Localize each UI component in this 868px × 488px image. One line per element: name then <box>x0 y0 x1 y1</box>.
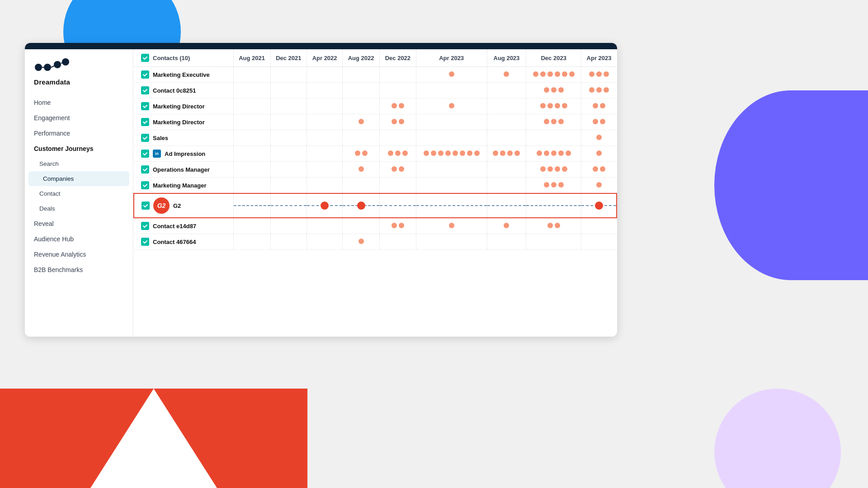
timeline-dot <box>449 223 454 228</box>
content-area: Dreamdata HomeEngagementPerformanceCusto… <box>25 49 617 337</box>
timeline-dot <box>555 166 560 172</box>
check-icon <box>141 150 149 158</box>
timeline-cell-marketing-director-1-8 <box>581 99 617 114</box>
row-label-ad-impression: inAd Impression <box>141 150 230 158</box>
sidebar-item-customer-journeys[interactable]: Customer Journeys <box>25 141 133 156</box>
sidebar-item-engagement[interactable]: Engagement <box>25 110 133 126</box>
col-aug2022: Aug 2022 <box>343 49 380 67</box>
timeline-cell-marketing-manager-0 <box>233 178 270 194</box>
timeline-cell-sales-8 <box>581 130 617 146</box>
timeline-dot <box>359 119 364 124</box>
timeline-dot <box>596 87 602 93</box>
row-label-marketing-director-1: Marketing Director <box>141 102 230 110</box>
dot-group <box>391 166 405 172</box>
sidebar-item-performance[interactable]: Performance <box>25 126 133 141</box>
check-icon <box>141 86 149 94</box>
sidebar-item-home[interactable]: Home <box>25 95 133 110</box>
timeline-cell-marketing-manager-6 <box>487 178 526 194</box>
timeline-cell-marketing-executive-1 <box>270 67 307 83</box>
timeline-dot <box>562 166 567 172</box>
timeline-dot <box>604 87 609 93</box>
timeline-dot <box>600 166 605 172</box>
g2-timeline-cell-0 <box>233 193 270 218</box>
timeline-dot <box>544 87 549 93</box>
g2-timeline-cell-6 <box>487 193 526 218</box>
timeline-dot <box>596 182 602 188</box>
timeline-cell-marketing-director-2-1 <box>270 114 307 130</box>
row-label-text-contact-467664: Contact 467664 <box>153 239 196 245</box>
timeline-dot <box>547 103 553 108</box>
sidebar-item-contact[interactable]: Contact <box>25 186 133 201</box>
timeline-cell-marketing-manager-3 <box>343 178 380 194</box>
timeline-cell-marketing-director-1-0 <box>233 99 270 114</box>
timeline-cell-marketing-director-2-3 <box>343 114 380 130</box>
timeline-cell-contact-e14d87-6 <box>487 218 526 234</box>
timeline-cell-contact-467664-4 <box>380 234 416 250</box>
timeline-dot <box>399 223 404 228</box>
row-label-cell-ad-impression: inAd Impression <box>134 146 233 162</box>
timeline-cell-marketing-director-1-1 <box>270 99 307 114</box>
col-aug2021: Aug 2021 <box>233 49 270 67</box>
sidebar-item-deals[interactable]: Deals <box>25 201 133 216</box>
timeline-cell-ad-impression-1 <box>270 146 307 162</box>
timeline-cell-contact-0c8251-2 <box>307 83 343 99</box>
timeline-cell-contact-0c8251-8 <box>581 83 617 99</box>
row-label-contact-467664: Contact 467664 <box>141 238 230 246</box>
timeline-dot <box>551 87 557 93</box>
row-label-cell-marketing-director-2: Marketing Director <box>134 114 233 130</box>
table-row: Marketing Director <box>134 114 617 130</box>
timeline-dot <box>547 166 553 172</box>
row-label-contact-e14d87: Contact e14d87 <box>141 222 230 230</box>
row-label-cell-contact-467664: Contact 467664 <box>134 234 233 250</box>
timeline-dot <box>540 71 546 77</box>
dot-group <box>391 103 405 108</box>
timeline-dot <box>402 150 408 156</box>
timeline-dot <box>555 71 560 77</box>
sidebar-item-reveal[interactable]: Reveal <box>25 216 133 231</box>
timeline-cell-marketing-manager-8 <box>581 178 617 194</box>
timeline-dot <box>504 71 509 77</box>
timeline-cell-marketing-director-1-6 <box>487 99 526 114</box>
svg-point-0 <box>35 64 42 71</box>
timeline-dot <box>596 71 602 77</box>
timeline-cell-sales-4 <box>380 130 416 146</box>
row-label-marketing-director-2: Marketing Director <box>141 118 230 126</box>
sidebar-item-audience-hub[interactable]: Audience Hub <box>25 231 133 247</box>
timeline-cell-contact-0c8251-3 <box>343 83 380 99</box>
table-body: Marketing ExecutiveContact 0c8251Marketi… <box>134 67 617 250</box>
timeline-cell-contact-467664-7 <box>526 234 581 250</box>
sidebar-item-companies[interactable]: Companies <box>28 171 129 186</box>
timeline-cell-sales-1 <box>270 130 307 146</box>
g2-dot <box>595 202 603 210</box>
table-row: Contact 0c8251 <box>134 83 617 99</box>
timeline-dot <box>392 103 397 108</box>
dot-group <box>358 119 364 124</box>
timeline-cell-operations-manager-5 <box>416 162 487 178</box>
sidebar-item-revenue-analytics[interactable]: Revenue Analytics <box>25 247 133 262</box>
timeline-cell-contact-e14d87-3 <box>343 218 380 234</box>
timeline-cell-marketing-director-2-4 <box>380 114 416 130</box>
table-row: Contact 467664 <box>134 234 617 250</box>
timeline-cell-contact-0c8251-5 <box>416 83 487 99</box>
timeline-cell-marketing-executive-8 <box>581 67 617 83</box>
timeline-cell-sales-7 <box>526 130 581 146</box>
dot-group <box>358 166 364 172</box>
row-label-marketing-manager: Marketing Manager <box>141 181 230 189</box>
timeline-cell-marketing-manager-2 <box>307 178 343 194</box>
timeline-cell-contact-e14d87-7 <box>526 218 581 234</box>
timeline-dot <box>555 103 560 108</box>
timeline-cell-operations-manager-1 <box>270 162 307 178</box>
sidebar-item-search[interactable]: Search <box>25 156 133 171</box>
timeline-dot <box>359 166 364 172</box>
row-label-cell-marketing-director-1: Marketing Director <box>134 99 233 114</box>
timeline-dot <box>449 71 454 77</box>
timeline-dot <box>359 239 364 244</box>
dot-group <box>536 150 571 156</box>
timeline-cell-contact-e14d87-4 <box>380 218 416 234</box>
check-icon <box>142 202 150 210</box>
timeline-dot <box>562 103 567 108</box>
timeline-cell-ad-impression-2 <box>307 146 343 162</box>
timeline-dot <box>453 150 458 156</box>
timeline-cell-marketing-executive-5 <box>416 67 487 83</box>
sidebar-item-b2b-benchmarks[interactable]: B2B Benchmarks <box>25 262 133 277</box>
